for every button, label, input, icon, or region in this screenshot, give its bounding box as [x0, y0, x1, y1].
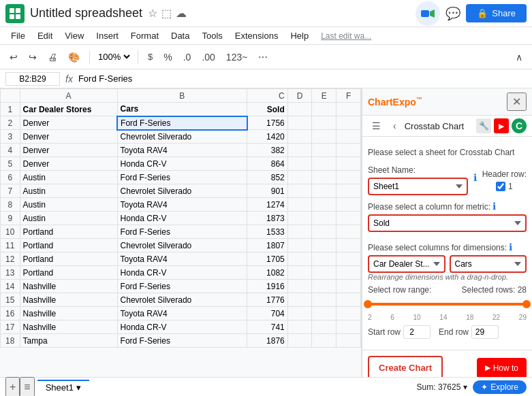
- zoom-select[interactable]: 100%: [95, 51, 132, 63]
- data-cell[interactable]: Tampa: [20, 334, 117, 348]
- start-row-input[interactable]: [403, 325, 431, 339]
- menu-format[interactable]: Format: [125, 29, 164, 42]
- data-cell[interactable]: [287, 116, 312, 130]
- data-cell[interactable]: 1274: [247, 198, 288, 212]
- data-cell[interactable]: [312, 212, 337, 225]
- sheet-select[interactable]: Sheet1: [368, 178, 468, 195]
- data-cell[interactable]: [337, 280, 361, 293]
- data-cell[interactable]: [287, 225, 312, 239]
- header-cell-4[interactable]: [287, 103, 312, 116]
- data-cell[interactable]: 1916: [247, 280, 288, 293]
- data-cell[interactable]: 864: [247, 157, 288, 171]
- data-cell[interactable]: [287, 280, 312, 293]
- data-cell[interactable]: [337, 144, 361, 157]
- data-cell[interactable]: 1082: [247, 266, 288, 280]
- save-icon[interactable]: ⬚: [161, 7, 172, 20]
- data-cell[interactable]: [312, 293, 337, 307]
- data-cell[interactable]: [312, 171, 337, 184]
- data-cell[interactable]: Denver: [20, 116, 117, 130]
- data-cell[interactable]: Honda CR-V: [117, 266, 247, 280]
- data-cell[interactable]: Portland: [20, 239, 117, 252]
- add-sheet-button[interactable]: +: [5, 377, 20, 397]
- data-cell[interactable]: [337, 130, 361, 144]
- metric-select[interactable]: Sold: [368, 214, 527, 232]
- data-cell[interactable]: Honda CR-V: [117, 212, 247, 225]
- data-cell[interactable]: Austin: [20, 184, 117, 198]
- data-cell[interactable]: [337, 157, 361, 171]
- data-cell[interactable]: [312, 157, 337, 171]
- col-header-c[interactable]: C: [247, 89, 288, 103]
- data-cell[interactable]: [337, 293, 361, 307]
- col-header-b[interactable]: B: [117, 89, 247, 103]
- data-cell[interactable]: 1533: [247, 225, 288, 239]
- data-cell[interactable]: [287, 171, 312, 184]
- data-cell[interactable]: [312, 280, 337, 293]
- data-cell[interactable]: Nashville: [20, 293, 117, 307]
- data-cell[interactable]: [287, 184, 312, 198]
- data-cell[interactable]: [337, 252, 361, 266]
- decimal2-button[interactable]: .00: [198, 49, 219, 65]
- data-cell[interactable]: [312, 130, 337, 144]
- more-formats-button[interactable]: 123~: [222, 49, 252, 65]
- menu-view[interactable]: View: [59, 29, 89, 42]
- data-cell[interactable]: [287, 252, 312, 266]
- meet-icon[interactable]: [416, 1, 440, 26]
- data-cell[interactable]: 1420: [247, 130, 288, 144]
- sum-dropdown-icon[interactable]: ▾: [463, 382, 467, 392]
- data-cell[interactable]: Honda CR-V: [117, 320, 247, 334]
- data-cell[interactable]: Nashville: [20, 307, 117, 320]
- tools-icon[interactable]: 🔧: [476, 118, 491, 133]
- data-cell[interactable]: [312, 144, 337, 157]
- row-header-1[interactable]: 1: [1, 103, 20, 116]
- data-cell[interactable]: [287, 334, 312, 348]
- data-cell[interactable]: Honda CR-V: [117, 157, 247, 171]
- end-row-input[interactable]: [471, 325, 499, 339]
- data-cell[interactable]: Ford F-Series: [117, 225, 247, 239]
- how-to-button[interactable]: ▶ How to: [477, 358, 527, 378]
- cell-reference-input[interactable]: [5, 72, 60, 86]
- comment-icon[interactable]: 💬: [445, 6, 460, 21]
- col-header-d[interactable]: D: [287, 89, 312, 103]
- data-cell[interactable]: [312, 252, 337, 266]
- data-cell[interactable]: 1873: [247, 212, 288, 225]
- data-cell[interactable]: Toyota RAV4: [117, 198, 247, 212]
- data-cell[interactable]: [287, 320, 312, 334]
- sheet-menu-button[interactable]: ≡: [20, 377, 34, 397]
- data-cell[interactable]: Portland: [20, 225, 117, 239]
- data-cell[interactable]: [337, 171, 361, 184]
- menu-file[interactable]: File: [5, 29, 31, 42]
- data-cell[interactable]: [287, 239, 312, 252]
- data-cell[interactable]: 741: [247, 320, 288, 334]
- percent-button[interactable]: %: [159, 49, 176, 65]
- data-cell[interactable]: 1756: [247, 116, 288, 130]
- dim1-select[interactable]: Car Dealer St...: [368, 255, 445, 273]
- col-header-f[interactable]: F: [337, 89, 361, 103]
- data-cell[interactable]: 852: [247, 171, 288, 184]
- formula-input[interactable]: [78, 73, 527, 84]
- star-icon[interactable]: ☆: [148, 7, 157, 20]
- data-cell[interactable]: Toyota RAV4: [117, 144, 247, 157]
- slider-thumb-left[interactable]: [364, 300, 372, 308]
- menu-edit[interactable]: Edit: [32, 29, 58, 42]
- data-cell[interactable]: Nashville: [20, 280, 117, 293]
- data-cell[interactable]: Ford F-Series: [117, 280, 247, 293]
- data-cell[interactable]: Portland: [20, 252, 117, 266]
- data-cell[interactable]: Chevrolet Silverado: [117, 184, 247, 198]
- range-slider[interactable]: [368, 297, 527, 311]
- data-cell[interactable]: 382: [247, 144, 288, 157]
- col-header-a[interactable]: A: [20, 89, 117, 103]
- data-cell[interactable]: [312, 334, 337, 348]
- data-cell[interactable]: [287, 157, 312, 171]
- data-cell[interactable]: Chevrolet Silverado: [117, 293, 247, 307]
- data-cell[interactable]: [337, 307, 361, 320]
- nav-back-button[interactable]: ‹: [389, 119, 401, 133]
- data-cell[interactable]: [312, 116, 337, 130]
- data-cell[interactable]: [312, 307, 337, 320]
- data-cell[interactable]: Austin: [20, 198, 117, 212]
- menu-extensions[interactable]: Extensions: [230, 29, 284, 42]
- cloud-icon[interactable]: ☁: [176, 7, 187, 20]
- data-cell[interactable]: [337, 334, 361, 348]
- data-cell[interactable]: Toyota RAV4: [117, 252, 247, 266]
- data-cell[interactable]: [337, 212, 361, 225]
- data-cell[interactable]: Ford F-Series: [117, 171, 247, 184]
